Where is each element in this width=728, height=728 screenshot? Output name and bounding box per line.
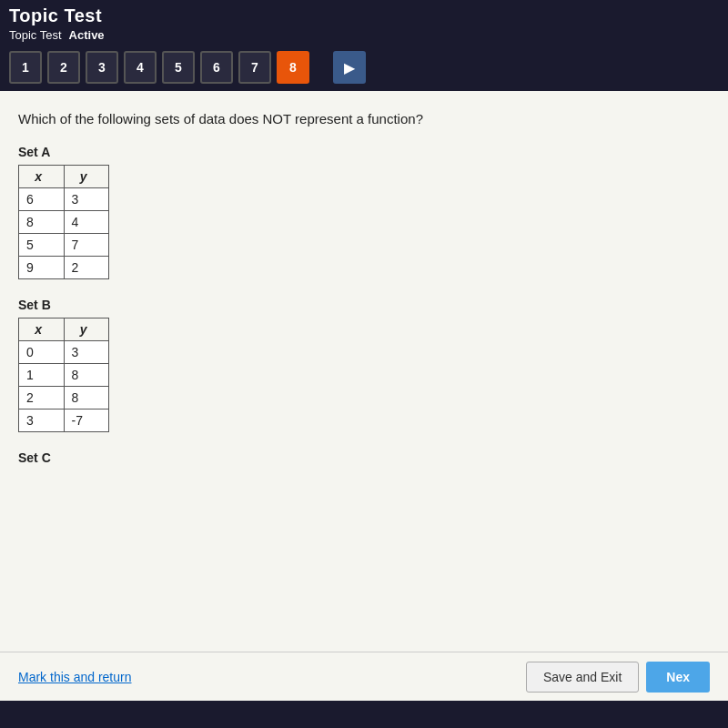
set-a-header-x: x <box>19 166 65 188</box>
set-a-row4-x: 9 <box>19 257 65 279</box>
nav-btn-2[interactable]: 2 <box>47 51 80 84</box>
set-a-row3-x: 5 <box>19 234 65 257</box>
set-c-label: Set C <box>18 450 710 465</box>
set-a-header-y: y <box>64 166 109 188</box>
set-a-row1-y: 3 <box>64 188 109 211</box>
set-a-table: x y 6 3 8 4 5 7 9 2 <box>18 165 109 279</box>
footer-buttons: Save and Exit Nex <box>526 662 710 693</box>
set-b-row1-y: 3 <box>64 341 109 364</box>
set-a-row4-y: 2 <box>64 257 109 279</box>
question-nav: 1 2 3 4 5 6 7 8 ▶ <box>0 44 728 91</box>
content-area: Which of the following sets of data does… <box>0 91 728 701</box>
nav-btn-7[interactable]: 7 <box>238 51 271 84</box>
table-row: 9 2 <box>19 257 109 279</box>
table-row: 3 -7 <box>19 410 109 432</box>
nav-btn-6[interactable]: 6 <box>200 51 233 84</box>
nav-next-arrow[interactable]: ▶ <box>333 51 366 84</box>
nav-btn-4[interactable]: 4 <box>124 51 157 84</box>
set-b-row4-y: -7 <box>64 410 109 432</box>
breadcrumb: Topic Test Active <box>9 28 719 42</box>
nav-btn-1[interactable]: 1 <box>9 51 42 84</box>
set-b-row2-x: 1 <box>19 364 65 387</box>
set-a-row1-x: 6 <box>19 188 65 211</box>
table-row: 5 7 <box>19 234 109 257</box>
set-b-row3-x: 2 <box>19 387 65 410</box>
set-b-header-x: x <box>19 318 65 341</box>
set-b-row3-y: 8 <box>64 387 109 410</box>
app-title: Topic Test <box>9 5 719 26</box>
set-b-row1-x: 0 <box>19 341 65 364</box>
status-badge: Active <box>69 28 105 42</box>
next-button[interactable]: Nex <box>646 662 710 693</box>
set-a-label: Set A <box>18 145 710 159</box>
set-a-row3-y: 7 <box>64 234 109 257</box>
set-a-row2-x: 8 <box>19 211 65 234</box>
question-text: Which of the following sets of data does… <box>18 109 710 128</box>
set-b-header-y: y <box>64 318 109 341</box>
set-b-label: Set B <box>18 298 710 312</box>
table-row: 8 4 <box>19 211 109 234</box>
table-row: 0 3 <box>19 341 109 364</box>
nav-btn-8[interactable]: 8 <box>277 51 309 84</box>
set-b-row2-y: 8 <box>64 364 109 387</box>
nav-btn-3[interactable]: 3 <box>86 51 118 84</box>
table-row: 6 3 <box>19 188 109 211</box>
header: Topic Test Topic Test Active <box>0 0 728 44</box>
mark-return-button[interactable]: Mark this and return <box>18 670 132 684</box>
save-exit-button[interactable]: Save and Exit <box>526 662 639 693</box>
breadcrumb-main: Topic Test <box>9 28 62 42</box>
footer-bar: Mark this and return Save and Exit Nex <box>0 652 728 701</box>
set-b-row4-x: 3 <box>19 410 65 432</box>
nav-btn-5[interactable]: 5 <box>162 51 195 84</box>
set-a-row2-y: 4 <box>64 211 109 234</box>
table-row: 2 8 <box>19 387 109 410</box>
table-row: 1 8 <box>19 364 109 387</box>
set-b-table: x y 0 3 1 8 2 8 3 -7 <box>18 318 109 432</box>
